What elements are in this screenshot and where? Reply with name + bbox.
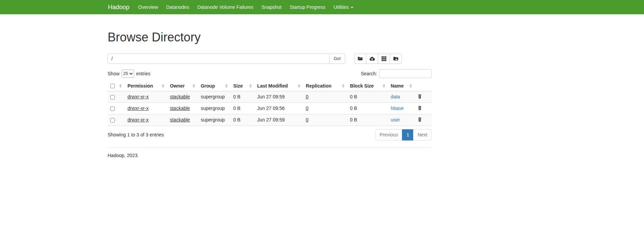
- group-cell: supergroup: [201, 117, 225, 122]
- sort-icon: [409, 84, 412, 88]
- page-size-control: Show 25 entries: [108, 70, 150, 78]
- cloud-upload-icon: [369, 56, 375, 61]
- move-files-button[interactable]: [390, 54, 402, 64]
- permission-cell[interactable]: drwxr-xr-x: [127, 94, 148, 99]
- row-checkbox[interactable]: [110, 95, 115, 99]
- last-modified-cell: Jun 27 09:59: [255, 114, 303, 126]
- block-size-cell: 0 B: [347, 114, 388, 126]
- column-label: Last Modified: [257, 83, 288, 89]
- replication-cell[interactable]: 0: [306, 117, 309, 122]
- explorer-bar: Go!: [108, 54, 432, 64]
- create-directory-button[interactable]: [354, 54, 366, 64]
- nav-item-datanode-volume-failures[interactable]: Datanode Volume Failures: [193, 0, 257, 14]
- directory-link[interactable]: data: [391, 94, 400, 99]
- pagination-previous-button[interactable]: Previous: [375, 129, 402, 141]
- group-cell: supergroup: [201, 94, 225, 99]
- pagination: Previous 1 Next: [375, 129, 432, 141]
- trash-icon: [418, 94, 422, 99]
- nav-item-datanodes[interactable]: Datanodes: [162, 0, 193, 14]
- delete-button[interactable]: [418, 117, 422, 122]
- row-checkbox[interactable]: [110, 107, 115, 111]
- column-header-replication[interactable]: Replication: [303, 81, 347, 91]
- column-header-group[interactable]: Group: [198, 81, 231, 91]
- explorer-toolbar: [354, 54, 402, 64]
- grid-icon: [382, 56, 386, 61]
- footer-divider: [108, 147, 432, 148]
- folder-open-icon: [357, 56, 363, 61]
- trash-icon: [418, 106, 422, 110]
- owner-cell[interactable]: stackable: [170, 94, 190, 99]
- delete-button[interactable]: [418, 94, 422, 99]
- column-label: Group: [201, 83, 215, 89]
- page-size-select[interactable]: 25: [122, 70, 134, 78]
- table-info: Showing 1 to 3 of 3 entries: [108, 132, 164, 137]
- nav-item-utilities[interactable]: Utilities: [329, 0, 357, 14]
- row-checkbox[interactable]: [110, 118, 115, 122]
- column-header-name[interactable]: Name: [388, 81, 415, 91]
- column-label: Block Size: [350, 83, 374, 89]
- folder-move-icon: [393, 56, 399, 61]
- search-label: Search:: [361, 71, 377, 76]
- table-row: drwxr-xr-x stackable supergroup 0 B Jun …: [108, 102, 432, 114]
- column-header-owner[interactable]: Owner: [167, 81, 198, 91]
- sort-icon: [192, 84, 195, 88]
- select-all-checkbox[interactable]: [110, 84, 115, 88]
- column-header-permission[interactable]: Permission: [125, 81, 167, 91]
- nav-item-startup-progress[interactable]: Startup Progress: [286, 0, 329, 14]
- sort-icon: [249, 84, 252, 88]
- replication-cell[interactable]: 0: [306, 94, 309, 99]
- table-controls: Show 25 entries Search:: [108, 69, 432, 78]
- column-label: Name: [391, 83, 404, 89]
- replication-cell[interactable]: 0: [306, 106, 309, 111]
- show-label: Show: [108, 71, 119, 76]
- pagination-page-1-button[interactable]: 1: [402, 129, 413, 141]
- path-input-group: Go!: [108, 54, 345, 64]
- sort-icon: [298, 84, 300, 88]
- directory-link[interactable]: user: [391, 117, 400, 122]
- permission-cell[interactable]: drwxr-xr-x: [127, 106, 148, 111]
- sort-icon: [119, 84, 122, 88]
- main-content: Browse Directory Go!: [108, 31, 432, 158]
- directory-listing-table: Permission Owner Group Size Last Modifie…: [108, 81, 432, 126]
- page-title: Browse Directory: [108, 31, 432, 44]
- column-label: Permission: [127, 83, 153, 89]
- column-header-size[interactable]: Size: [231, 81, 255, 91]
- table-row: drwxr-xr-x stackable supergroup 0 B Jun …: [108, 91, 432, 102]
- size-cell: 0 B: [231, 91, 255, 102]
- sort-icon: [162, 84, 164, 88]
- upload-files-button[interactable]: [366, 54, 378, 64]
- last-modified-cell: Jun 27 09:56: [255, 102, 303, 114]
- column-header-block-size[interactable]: Block Size: [347, 81, 388, 91]
- nav-item-overview[interactable]: Overview: [134, 0, 162, 14]
- footer-text: Hadoop, 2023.: [108, 153, 432, 158]
- sort-icon: [342, 84, 345, 88]
- nav-item-snapshot[interactable]: Snapshot: [257, 0, 286, 14]
- owner-cell[interactable]: stackable: [170, 106, 190, 111]
- trash-icon: [418, 117, 422, 122]
- pagination-next-button[interactable]: Next: [413, 129, 432, 141]
- go-button[interactable]: Go!: [329, 54, 345, 64]
- grid-view-button[interactable]: [378, 54, 390, 64]
- permission-cell[interactable]: drwxr-xr-x: [127, 117, 148, 122]
- column-header-last-modified[interactable]: Last Modified: [255, 81, 303, 91]
- directory-link[interactable]: hbase: [391, 106, 404, 111]
- column-header-actions: [415, 81, 432, 91]
- size-cell: 0 B: [231, 102, 255, 114]
- block-size-cell: 0 B: [347, 91, 388, 102]
- brand-link[interactable]: Hadoop: [108, 0, 129, 14]
- chevron-down-icon: [351, 7, 353, 8]
- block-size-cell: 0 B: [347, 102, 388, 114]
- table-footer: Showing 1 to 3 of 3 entries Previous 1 N…: [108, 129, 432, 141]
- table-header-row: Permission Owner Group Size Last Modifie…: [108, 81, 432, 91]
- column-label: Owner: [170, 83, 185, 89]
- directory-path-input[interactable]: [108, 54, 329, 64]
- column-header-select-all[interactable]: [108, 81, 125, 91]
- entries-label: entries: [136, 71, 150, 76]
- search-input[interactable]: [379, 69, 432, 78]
- table-row: drwxr-xr-x stackable supergroup 0 B Jun …: [108, 114, 432, 126]
- navbar: Hadoop Overview Datanodes Datanode Volum…: [0, 0, 644, 14]
- last-modified-cell: Jun 27 09:59: [255, 91, 303, 102]
- sort-icon: [383, 84, 385, 88]
- delete-button[interactable]: [418, 106, 422, 110]
- owner-cell[interactable]: stackable: [170, 117, 190, 122]
